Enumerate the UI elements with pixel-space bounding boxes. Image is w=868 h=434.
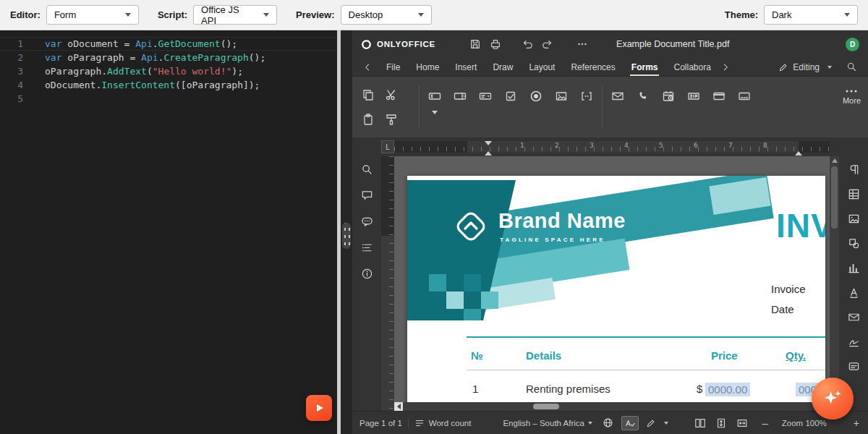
page-indicator[interactable]: Page 1 of 1 <box>359 419 402 427</box>
sidebar-search-button[interactable] <box>359 162 374 176</box>
user-avatar[interactable]: D <box>846 38 859 51</box>
image-settings-button[interactable] <box>846 211 861 226</box>
track-changes-button[interactable] <box>646 418 668 428</box>
redo-button[interactable] <box>540 36 556 52</box>
tab-references[interactable]: References <box>563 58 623 76</box>
email-field-button[interactable] <box>611 90 624 103</box>
banner-square <box>429 274 446 292</box>
rad io-button-button[interactable] <box>529 90 542 103</box>
spellcheck-icon <box>624 418 636 428</box>
right-indent-marker[interactable] <box>795 151 802 156</box>
tab-stop-selector[interactable]: L <box>381 140 394 153</box>
table-settings-button[interactable] <box>846 187 861 201</box>
zip-code-field-button[interactable] <box>687 90 700 103</box>
fit-page-button[interactable] <box>715 417 727 429</box>
print-button[interactable] <box>488 36 503 52</box>
image-field-button[interactable] <box>555 90 568 103</box>
header-more-button[interactable] <box>574 36 590 52</box>
paragraph-settings-button[interactable] <box>846 162 861 176</box>
panel-divider[interactable] <box>337 30 352 434</box>
phone-field-button[interactable] <box>637 90 650 103</box>
divider-line <box>337 30 341 434</box>
language-select[interactable]: English – South Africa <box>503 419 592 427</box>
copy-button[interactable] <box>359 85 377 104</box>
card-number-field-button[interactable] <box>738 90 751 103</box>
script-select[interactable]: Office JS API <box>193 5 277 25</box>
vertical-scrollbar[interactable] <box>830 156 839 411</box>
editor-select[interactable]: Form <box>46 5 139 25</box>
tab-home[interactable]: Home <box>408 58 447 76</box>
navigation-icon <box>361 242 373 254</box>
mail-merge-button[interactable] <box>846 310 861 324</box>
complex-field-button[interactable] <box>580 90 593 103</box>
two-pages-button[interactable] <box>694 417 706 429</box>
scroll-up-arrow[interactable] <box>832 158 838 163</box>
form-settings-button[interactable] <box>846 359 861 373</box>
left-indent-marker[interactable] <box>485 151 492 156</box>
run-script-button[interactable] <box>306 395 332 421</box>
ruler-number: 8 <box>763 142 767 149</box>
checkbox-button[interactable] <box>504 90 517 103</box>
special-fields-group <box>611 90 751 103</box>
first-line-indent-marker[interactable] <box>485 141 492 145</box>
document-page[interactable]: Brand Name TAGLINE SPACE HERE INV Invoic… <box>407 176 825 411</box>
zoom-value[interactable]: Zoom 100% <box>782 419 827 427</box>
ai-assistant-button[interactable] <box>812 378 854 420</box>
set-language-button[interactable] <box>601 416 616 430</box>
word-count-button[interactable]: Word count <box>414 418 472 428</box>
date-time-field-button[interactable] <box>662 90 675 103</box>
horizontal-scroll-thumb[interactable] <box>533 404 559 409</box>
credit-card-field-button[interactable] <box>712 90 726 103</box>
scroll-right-icon <box>720 62 731 72</box>
tabs-scroll-right-button[interactable] <box>719 61 732 74</box>
text-field-button[interactable] <box>428 90 441 103</box>
horizontal-scrollbar[interactable] <box>394 402 830 411</box>
tab-forms[interactable]: Forms <box>624 58 666 76</box>
tab-layout[interactable]: Layout <box>521 58 563 76</box>
code-editor[interactable]: 1var oDocument = Api.GetDocument();2var … <box>0 30 337 434</box>
ruler-number: 1 <box>520 142 524 149</box>
toolbar-more-button[interactable]: More <box>843 88 861 105</box>
undo-button[interactable] <box>519 36 535 52</box>
format-painter-button[interactable] <box>383 110 400 129</box>
tabs-back-button[interactable] <box>361 61 374 74</box>
price-form-field[interactable]: 0000.00 <box>705 383 750 396</box>
tab-collabora[interactable]: Collabora <box>665 58 718 76</box>
vertical-scroll-thumb[interactable] <box>831 166 838 229</box>
two-pages-icon <box>694 417 706 429</box>
sidebar-navigation-button[interactable] <box>359 240 374 255</box>
preview-label: Preview: <box>296 9 334 20</box>
zoom-in-button[interactable]: + <box>854 417 859 429</box>
textart-settings-button[interactable] <box>846 285 861 299</box>
sidebar-comments-button[interactable] <box>359 188 374 203</box>
spellcheck-button[interactable] <box>621 416 639 430</box>
search-button[interactable] <box>845 61 858 74</box>
cut-button[interactable] <box>383 85 400 104</box>
signature-settings-button[interactable] <box>846 334 861 349</box>
tab-insert[interactable]: Insert <box>447 58 485 76</box>
tab-draw[interactable]: Draw <box>485 58 521 76</box>
preview-select[interactable]: Desktop <box>341 5 432 25</box>
chart-settings-button[interactable] <box>846 260 861 275</box>
divider-grip[interactable] <box>342 223 351 249</box>
editing-mode-select[interactable]: Editing <box>778 62 832 72</box>
search-icon <box>361 163 373 176</box>
combo-box-button[interactable] <box>454 90 467 103</box>
caret-down-icon <box>432 111 438 114</box>
dropdown-field-button[interactable] <box>479 90 492 103</box>
text-field-options-button[interactable] <box>432 109 441 116</box>
more-label: More <box>843 96 861 105</box>
sidebar-about-button[interactable] <box>359 266 374 281</box>
row-cell-details: Renting premises <box>526 383 610 395</box>
shape-settings-button[interactable] <box>846 236 861 250</box>
save-button[interactable] <box>467 36 483 52</box>
zoom-out-button[interactable]: – <box>762 417 767 429</box>
tab-file[interactable]: File <box>378 58 408 76</box>
theme-select[interactable]: Dark <box>764 5 858 25</box>
paste-button[interactable] <box>359 110 377 129</box>
sidebar-chat-button[interactable] <box>359 214 374 229</box>
document-canvas[interactable]: Brand Name TAGLINE SPACE HERE INV Invoic… <box>394 156 830 411</box>
workspace: L 12345678 <box>352 137 868 434</box>
scroll-left-arrow[interactable] <box>394 402 403 411</box>
fit-width-button[interactable] <box>736 417 748 429</box>
